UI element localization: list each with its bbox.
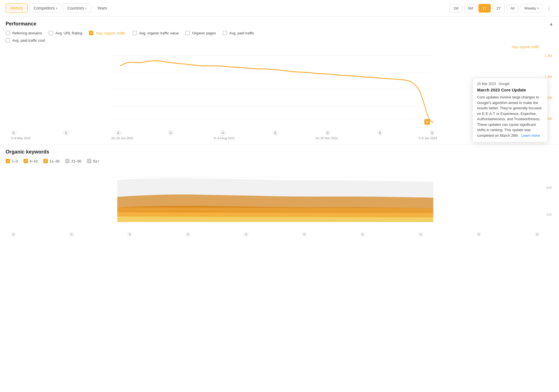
kw-g-marker-4[interactable]: G xyxy=(186,232,190,237)
chevron-down-icon: ▾ xyxy=(85,7,87,10)
kw-g-marker-3[interactable]: G xyxy=(128,232,132,237)
metric-referring-domains[interactable]: Referring domains xyxy=(6,31,42,35)
legend-4-10[interactable]: 4–10 xyxy=(23,159,38,163)
metric-avg-url-rating-label: Avg. URL Rating xyxy=(55,31,82,35)
metric-avg-organic-traffic[interactable]: Avg. organic traffic xyxy=(89,31,126,35)
kw-g-marker-9[interactable]: G xyxy=(477,232,481,237)
checkbox-51plus[interactable] xyxy=(87,159,91,163)
checkbox-11-20[interactable] xyxy=(43,159,48,163)
g-marker-4[interactable]: G xyxy=(168,130,173,135)
checkbox-avg-url-rating[interactable] xyxy=(49,31,53,35)
tooltip-date: 15 Mar 2023 · Google xyxy=(477,82,543,86)
kw-g-marker-2[interactable]: G xyxy=(69,232,74,237)
metric-organic-pages[interactable]: Organic pages xyxy=(185,31,216,35)
tab-years-label: Years xyxy=(97,6,107,10)
keywords-y-label-40k: 40K xyxy=(546,213,552,217)
checkbox-1-3[interactable] xyxy=(6,159,10,163)
top-navigation: Metrics Competitors ▾ Countries ▾ Years … xyxy=(0,0,559,16)
checkbox-avg-organic-traffic[interactable] xyxy=(89,31,93,35)
tab-metrics[interactable]: Metrics xyxy=(6,3,28,13)
organic-keywords-section: Organic keywords 1–3 4–10 11–20 21–50 xyxy=(0,145,559,241)
g-markers-row: G G G G G G G G G G G xyxy=(6,129,553,136)
tooltip-learn-more-link[interactable]: Learn more xyxy=(521,133,540,138)
legend-1-3-label: 1–3 xyxy=(12,159,18,163)
more-options-button[interactable]: ⋮ xyxy=(544,4,553,13)
kw-g-marker-1[interactable]: G xyxy=(11,232,16,237)
g-marker-2[interactable]: G xyxy=(63,130,69,135)
legend-1-3[interactable]: 1–3 xyxy=(6,159,18,163)
metric-avg-url-rating[interactable]: Avg. URL Rating xyxy=(49,31,82,35)
tab-metrics-label: Metrics xyxy=(10,6,23,10)
checkbox-4-10[interactable] xyxy=(23,159,28,163)
tab-countries[interactable]: Countries ▾ xyxy=(63,3,91,13)
x-label-nov: 14–20 Nov 2022 xyxy=(315,136,338,140)
metrics-row-1: Referring domains Avg. URL Rating Avg. o… xyxy=(6,31,553,35)
performance-chart-svg: G xyxy=(6,50,553,128)
checkbox-avg-organic-traffic-value[interactable] xyxy=(133,31,137,35)
legend-21-50-label: 21–50 xyxy=(71,159,81,163)
x-label-jan: 2–8 Jan 2023 xyxy=(418,136,437,140)
period-dropdown[interactable]: Weekly ▾ xyxy=(520,4,543,13)
nav-controls-right: 1M 6M 1Y 2Y All Weekly ▾ ⋮ xyxy=(449,4,553,13)
checkbox-avg-paid-traffic[interactable] xyxy=(223,31,227,35)
kw-g-marker-7[interactable]: G xyxy=(360,232,365,237)
kw-g-marker-8[interactable]: G xyxy=(419,232,423,237)
g-marker-7[interactable]: G xyxy=(325,130,330,135)
checkbox-referring-domains[interactable] xyxy=(6,31,10,35)
x-label-jun: 20–26 Jun 2022 xyxy=(111,136,133,140)
time-2y-button[interactable]: 2Y xyxy=(492,4,505,13)
keywords-legend: 1–3 4–10 11–20 21–50 51+ xyxy=(6,159,553,163)
g-marker-6[interactable]: G xyxy=(273,130,278,135)
metric-avg-paid-traffic[interactable]: Avg. paid traffic xyxy=(223,31,254,35)
metric-avg-organic-traffic-value[interactable]: Avg. organic traffic value xyxy=(133,31,179,35)
g-marker-1[interactable]: G xyxy=(11,130,16,135)
kw-g-marker-5[interactable]: G xyxy=(244,232,248,237)
keywords-chart-svg xyxy=(6,166,553,230)
time-1m-button[interactable]: 1M xyxy=(449,4,462,13)
time-6m-button[interactable]: 6M xyxy=(464,4,477,13)
g-marker-9[interactable]: G xyxy=(430,130,435,135)
x-label-may: 2–8 May 2022 xyxy=(11,136,31,140)
checkbox-organic-pages[interactable] xyxy=(185,31,190,35)
tooltip-title: March 2023 Core Update xyxy=(477,88,543,92)
checkbox-avg-paid-traffic-cost[interactable] xyxy=(6,38,10,42)
x-axis-labels: 2–8 May 2022 20–26 Jun 2022 8–14 Aug 202… xyxy=(6,136,553,140)
legend-11-20[interactable]: 11–20 xyxy=(43,159,60,163)
chevron-down-icon: ▾ xyxy=(56,7,57,10)
performance-section: Performance ▲ Referring domains Avg. URL… xyxy=(0,16,559,144)
g-marker-8[interactable]: G xyxy=(378,130,383,135)
metric-organic-pages-label: Organic pages xyxy=(192,31,216,35)
time-1y-button[interactable]: 1Y xyxy=(478,4,491,13)
tab-competitors[interactable]: Competitors ▾ xyxy=(29,3,61,13)
tooltip-body-text: Core updates involve large changes to Go… xyxy=(477,95,541,138)
metric-avg-paid-traffic-label: Avg. paid traffic xyxy=(229,31,254,35)
metric-avg-organic-traffic-label: Avg. organic traffic xyxy=(96,31,126,35)
g-marker-5[interactable]: G xyxy=(220,130,225,135)
metric-avg-organic-traffic-value-label: Avg. organic traffic value xyxy=(139,31,179,35)
tab-countries-label: Countries xyxy=(67,6,84,10)
kw-g-marker-10[interactable]: G xyxy=(535,232,539,237)
tooltip-body: Core updates involve large changes to Go… xyxy=(477,95,543,138)
checkbox-21-50[interactable] xyxy=(65,159,70,163)
collapse-button[interactable]: ▲ xyxy=(549,22,553,27)
more-dots-icon: ⋮ xyxy=(546,5,551,11)
tab-competitors-label: Competitors xyxy=(34,6,55,10)
kw-g-marker-6[interactable]: G xyxy=(302,232,307,237)
keywords-header: Organic keywords xyxy=(6,149,553,155)
chevron-down-icon: ▾ xyxy=(537,7,539,10)
metric-avg-paid-traffic-cost[interactable]: Avg. paid traffic cost xyxy=(6,38,45,42)
time-all-button[interactable]: All xyxy=(506,4,518,13)
legend-4-10-label: 4–10 xyxy=(30,159,38,163)
legend-11-20-label: 11–20 xyxy=(49,159,60,163)
keywords-y-label-80k: 80K xyxy=(546,186,552,190)
chart-right-label: Avg. organic traffic xyxy=(512,45,539,49)
g-marker-3[interactable]: G xyxy=(116,130,121,135)
legend-51plus[interactable]: 51+ xyxy=(87,159,99,163)
metrics-row-2: Avg. paid traffic cost xyxy=(6,38,553,42)
legend-21-50[interactable]: 21–50 xyxy=(65,159,81,163)
metric-referring-domains-label: Referring domains xyxy=(12,31,42,35)
x-label-aug: 8–14 Aug 2022 xyxy=(214,136,235,140)
tab-years[interactable]: Years xyxy=(93,3,112,13)
period-label: Weekly xyxy=(524,6,536,10)
keywords-chart-container: 80K 40K G G G G G G G G G G xyxy=(6,166,553,237)
